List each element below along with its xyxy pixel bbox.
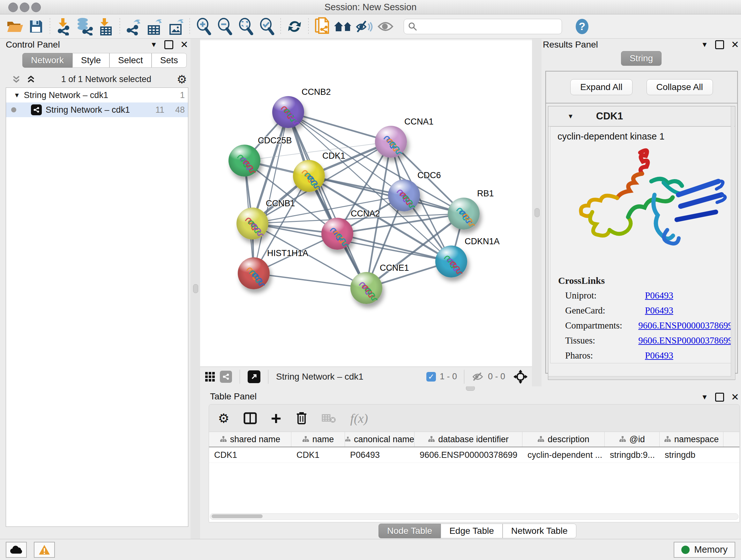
fit-content-button[interactable]	[235, 17, 256, 36]
collapse-all-icon[interactable]	[11, 74, 21, 84]
tab-node-table[interactable]: Node Table	[379, 523, 441, 538]
tab-string[interactable]: String	[621, 51, 662, 66]
node-CCNE1[interactable]	[350, 272, 382, 304]
table-cell[interactable]: P06493	[345, 447, 414, 462]
collapse-all-button[interactable]: Collapse All	[647, 79, 713, 95]
node-CDC6[interactable]	[388, 179, 420, 211]
tab-select[interactable]: Select	[110, 53, 151, 68]
column-header-namespace[interactable]: namespace	[660, 432, 724, 447]
detach-view-icon[interactable]	[248, 370, 260, 383]
tab-sets[interactable]: Sets	[151, 53, 187, 68]
collapse-panel-icon[interactable]: ▼	[701, 393, 708, 401]
node-CCNA1[interactable]	[375, 126, 407, 158]
collapse-panel-icon[interactable]: ▼	[701, 41, 708, 49]
node-CCNB1[interactable]	[237, 207, 268, 240]
export-image-button[interactable]	[165, 17, 186, 36]
search-input[interactable]	[417, 21, 553, 32]
help-button[interactable]: ?	[571, 17, 593, 36]
network-collection-row[interactable]: ▼ String Network – cdk1 1	[6, 88, 188, 103]
tree-expand-icon[interactable]: ▼	[14, 91, 20, 99]
import-table-file-button[interactable]	[95, 17, 117, 36]
float-panel-icon[interactable]	[164, 40, 173, 49]
column-header--id[interactable]: @id	[605, 432, 660, 447]
zoom-in-button[interactable]	[193, 17, 214, 36]
table-cell[interactable]: stringdb	[660, 447, 724, 462]
table-cell[interactable]: 9606.ENSP00000378699	[414, 447, 522, 462]
selected-checkbox-icon[interactable]: ✓	[426, 372, 436, 381]
results-vertical-scrollbar[interactable]	[731, 106, 734, 380]
column-header-canonical-name[interactable]: canonical name	[345, 432, 414, 447]
zoom-selected-button[interactable]	[256, 17, 277, 36]
show-columns-icon[interactable]	[244, 412, 257, 424]
crosslink-link[interactable]: P06493	[645, 290, 673, 301]
export-network-button[interactable]	[123, 17, 144, 36]
float-panel-icon[interactable]	[715, 393, 724, 401]
cytoscape-window: Session: New Session	[0, 0, 741, 560]
left-splitter-handle[interactable]	[193, 284, 198, 293]
expand-all-button[interactable]: Expand All	[570, 79, 632, 95]
collapse-panel-icon[interactable]: ▼	[150, 41, 157, 49]
column-header-shared-name[interactable]: shared name	[209, 432, 291, 447]
column-header-database-identifier[interactable]: database identifier	[414, 432, 522, 447]
network-view-icon[interactable]	[220, 371, 232, 383]
apply-layout-button[interactable]	[284, 17, 305, 36]
network-edge[interactable]	[254, 273, 366, 288]
clone-network-button[interactable]	[312, 17, 333, 36]
node-RB1[interactable]	[448, 198, 480, 230]
expand-all-icon[interactable]	[26, 74, 36, 84]
right-splitter-handle[interactable]	[535, 208, 540, 217]
table-cell[interactable]: CDK1	[291, 447, 345, 462]
crosslink-link[interactable]: P06493	[645, 305, 673, 316]
results-horizontal-scrollbar[interactable]	[548, 376, 731, 380]
tab-style[interactable]: Style	[72, 53, 110, 68]
close-panel-icon[interactable]: ✕	[731, 39, 739, 50]
crosslink-link[interactable]: 9606.ENSP00000378699	[638, 320, 733, 331]
column-header-name[interactable]: name	[291, 432, 345, 447]
export-table-button[interactable]	[144, 17, 165, 36]
table-horizontal-scrollbar[interactable]	[210, 513, 738, 520]
close-panel-icon[interactable]: ✕	[180, 39, 188, 50]
node-CCNB2[interactable]	[272, 96, 304, 128]
node-CDK1[interactable]	[293, 160, 325, 192]
column-header-description[interactable]: description	[522, 432, 605, 447]
crosslink-link[interactable]: P06493	[645, 350, 673, 361]
gene-section-header[interactable]: ▼ CDK1	[548, 106, 735, 126]
float-panel-icon[interactable]	[715, 40, 724, 49]
gene-collapse-icon[interactable]: ▼	[567, 113, 574, 120]
crosslink-link[interactable]: 9606.ENSP00000378699	[638, 335, 733, 346]
grid-view-icon[interactable]	[205, 371, 215, 382]
delete-column-icon[interactable]	[295, 412, 308, 425]
network-edge[interactable]	[288, 112, 366, 288]
cloud-status-button[interactable]	[6, 542, 27, 558]
import-network-file-button[interactable]	[53, 17, 74, 36]
network-row[interactable]: String Network – cdk1 11 48	[6, 103, 188, 117]
tab-edge-table[interactable]: Edge Table	[441, 523, 502, 538]
node-HIST1H1A[interactable]	[238, 257, 270, 289]
memory-button[interactable]: Memory	[674, 542, 735, 558]
table-row[interactable]: CDK1CDK1P064939606.ENSP00000378699cyclin…	[209, 447, 739, 463]
warnings-button[interactable]	[34, 542, 55, 558]
tab-network-table[interactable]: Network Table	[502, 523, 576, 538]
table-cell[interactable]: cyclin-dependent ...	[522, 447, 605, 462]
open-session-button[interactable]	[4, 17, 25, 36]
table-panel: Table Panel ▼ ✕ ⚙ + f(x) sh	[207, 389, 741, 539]
node-CDKN1A[interactable]	[435, 246, 467, 277]
table-gear-icon[interactable]: ⚙	[218, 411, 229, 426]
node-CDC25B[interactable]	[228, 145, 260, 177]
show-all-button[interactable]	[375, 17, 396, 36]
close-panel-icon[interactable]: ✕	[731, 391, 739, 402]
gear-icon[interactable]: ⚙	[177, 73, 187, 86]
save-session-button[interactable]	[25, 17, 47, 36]
birdseye-toggle-icon[interactable]	[514, 370, 528, 384]
network-edge[interactable]	[309, 176, 464, 213]
table-cell[interactable]: stringdb:9...	[605, 447, 660, 462]
tab-network[interactable]: Network	[22, 53, 72, 68]
network-canvas[interactable]: CCNB2CCNA1CDC25BCDK1CDC6RB1CCNB1CCNA2CDK…	[200, 40, 532, 367]
node-CCNA2[interactable]	[321, 218, 353, 250]
import-network-database-button[interactable]	[74, 17, 95, 36]
first-neighbors-button[interactable]	[333, 17, 354, 36]
search-box[interactable]	[404, 19, 562, 34]
table-cell[interactable]: CDK1	[209, 447, 291, 462]
hide-selected-button[interactable]	[354, 17, 375, 36]
zoom-out-button[interactable]	[214, 17, 235, 36]
